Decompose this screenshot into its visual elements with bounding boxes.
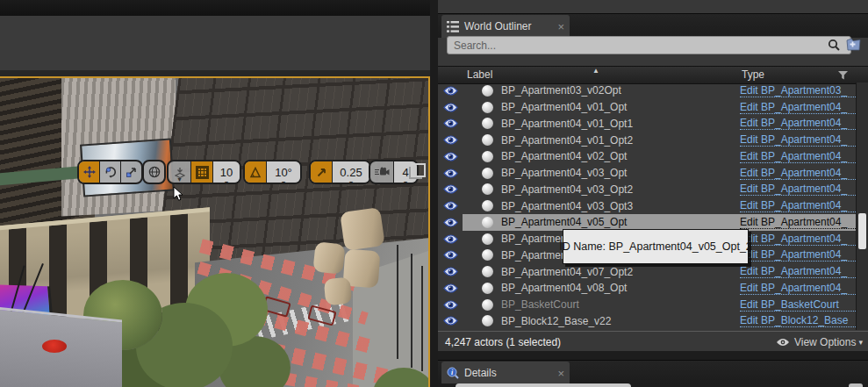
edit-blueprint-link[interactable]: Edit BP_Apartment04_ [740,133,856,147]
actor-label[interactable]: BP_Apartment04_v05_Opt [501,216,627,228]
row-main[interactable]: BP_Apartment04_v03_Opt Edit BP_Apartment… [463,165,856,182]
tab-details[interactable]: i Details × [441,362,570,384]
table-row[interactable]: BP_Apartment04_v03_Opt Edit BP_Apartment… [438,165,856,182]
outliner-scrollbar[interactable] [856,82,868,330]
edit-blueprint-link[interactable]: Edit BP_Apartment04_ [740,117,856,130]
move-tool-button[interactable] [79,161,100,183]
editor-toolbar-area [0,16,434,71]
actor-label[interactable]: BP_Block12_Base_v22 [501,315,611,327]
table-row[interactable]: BP_Apartment03_v02Opt Edit BP_Apartment0… [438,82,856,99]
table-row[interactable]: BP_Block12_Base_v22 Edit BP_Block12_Base [438,313,856,330]
details-search-box-partial[interactable] [456,383,631,387]
outliner-column-header[interactable]: Label ▲ Type [438,66,868,84]
filter-icon[interactable] [838,71,848,80]
eye-icon [443,168,458,178]
table-row[interactable]: BP_Apartment04_v01_Opt1 Edit BP_Apartmen… [438,116,856,133]
surface-snap-button[interactable]: ▾ [169,161,191,183]
scale-snap-value-button[interactable]: 0.25 ▾ [333,161,369,184]
actor-label[interactable]: BP_Apartment04_v01_Opt2 [501,134,633,147]
row-main[interactable]: BP_Apartment04_v07_Opt2 Edit BP_Apartmen… [463,263,856,280]
mouse-cursor [173,186,183,202]
edit-blueprint-link[interactable]: Edit BP_Apartment04_ [740,248,856,262]
row-main[interactable]: BP_Block12_Base_v22 Edit BP_Block12_Base [463,313,856,330]
actor-label[interactable]: BP_Apartment04_v01_Opt [501,101,627,113]
column-header-type[interactable]: Type [742,68,764,81]
eye-icon [443,118,458,128]
edit-blueprint-link[interactable]: Edit BP_Apartment04_ [740,150,856,163]
visibility-toggle[interactable] [438,184,463,194]
maximize-viewport-button[interactable] [411,163,426,177]
row-main[interactable]: BP_Apartment04_v02_Opt Edit BP_Apartment… [463,148,856,165]
edit-blueprint-link[interactable]: Edit BP_Apartment04_ [740,265,856,278]
visibility-toggle[interactable] [438,168,463,178]
rotation-snap-value-button[interactable]: 10° ▾ [267,161,300,184]
close-icon[interactable]: × [557,367,564,380]
edit-blueprint-link[interactable]: Edit BP_Apartment04_ [740,233,856,246]
column-header-label[interactable]: Label [467,68,492,81]
world-space-button[interactable] [144,161,164,183]
actor-label[interactable]: BP_Apartment04_v07_Opt2 [501,266,633,278]
table-row[interactable]: BP_Apartment04_v01_Opt2 Edit BP_Apartmen… [438,132,856,148]
visibility-toggle[interactable] [438,135,463,145]
create-folder-button[interactable] [845,37,862,52]
actor-label[interactable]: BP_Apartment04_v03_Opt3 [501,200,633,212]
row-main[interactable]: BP_Apartment04_v01_Opt2 Edit BP_Apartmen… [463,132,856,148]
visibility-toggle[interactable] [438,218,463,227]
row-main[interactable]: BP_Apartment04_v01_Opt1 Edit BP_Apartmen… [463,116,856,133]
visibility-toggle[interactable] [438,86,463,96]
table-row[interactable]: BP_Apartment04_v03_Opt2 Edit BP_Apartmen… [438,182,856,198]
table-row[interactable]: BP_Apartment04_v05_Opt Edit BP_Apartment… [438,214,856,231]
grid-snap-value-button[interactable]: 10 ▾ [213,161,240,184]
visibility-toggle[interactable] [438,234,463,244]
actor-label[interactable]: BP_BasketCourt [501,298,579,311]
row-main[interactable]: BP_BasketCourt Edit BP_BasketCourt [463,297,856,313]
camera-speed-button[interactable] [370,161,394,183]
visibility-toggle[interactable] [438,152,463,161]
view-options-button[interactable]: View Options ▾ [776,336,863,348]
search-input[interactable] [447,36,851,54]
row-main[interactable]: BP_Apartment04_v03_Opt2 Edit BP_Apartmen… [463,182,856,198]
actor-label[interactable]: BP_Apartment04_v03_Opt [501,167,627,179]
edit-blueprint-link[interactable]: Edit BP_Apartment04_ [740,199,856,212]
edit-blueprint-link[interactable]: Edit BP_Block12_Base [740,314,856,327]
actor-label[interactable]: BP_Apartment04_v08_Opt [501,282,627,294]
actor-label[interactable]: BP_Apartment04_v03_Opt2 [501,183,633,196]
table-row[interactable]: BP_Apartment04_v08_Opt Edit BP_Apartment… [438,280,856,297]
scale-tool-button[interactable] [121,161,141,183]
row-main[interactable]: BP_Apartment03_v02Opt Edit BP_Apartment0… [463,82,856,99]
actor-label[interactable]: BP_Apartment03_v02Opt [501,84,621,97]
row-main[interactable]: BP_Apartment04_v05_Opt Edit BP_Apartment… [463,214,856,231]
visibility-toggle[interactable] [438,267,463,276]
scale-snap-toggle-button[interactable] [311,161,333,183]
edit-blueprint-link[interactable]: Edit BP_Apartment04_ [740,101,856,114]
edit-blueprint-link[interactable]: Edit BP_Apartment04_ [740,183,856,196]
table-row[interactable]: BP_Apartment04_v01_Opt Edit BP_Apartment… [438,99,856,116]
visibility-toggle[interactable] [438,250,463,260]
edit-blueprint-link[interactable]: Edit BP_Apartment04_ [740,167,856,180]
actor-label[interactable]: BP_Apartment04_v02_Opt [501,150,627,162]
visibility-toggle[interactable] [438,316,463,326]
edit-blueprint-link[interactable]: Edit BP_Apartment04_ [740,216,856,229]
edit-blueprint-link[interactable]: Edit BP_BasketCourt [740,298,856,312]
row-main[interactable]: BP_Apartment04_v08_Opt Edit BP_Apartment… [463,280,856,297]
grid-snap-toggle-button[interactable] [191,161,213,183]
table-row[interactable]: BP_Apartment04_v07_Opt2 Edit BP_Apartmen… [438,263,856,280]
visibility-toggle[interactable] [438,201,463,211]
scrollbar-thumb[interactable] [858,213,866,249]
visibility-toggle[interactable] [438,283,463,293]
visibility-toggle[interactable] [438,118,463,128]
row-main[interactable]: BP_Apartment04_v03_Opt3 Edit BP_Apartmen… [463,197,856,214]
visibility-toggle[interactable] [438,300,463,310]
edit-blueprint-link[interactable]: Edit BP_Apartment04_ [740,282,856,295]
actor-label[interactable]: BP_Apartment04_v01_Opt1 [501,118,633,130]
table-row[interactable]: BP_Apartment04_v02_Opt Edit BP_Apartment… [438,148,856,165]
3d-viewport[interactable]: ▾ 10 ▾ 10° [0,76,430,387]
details-lock-button-partial[interactable] [849,383,863,387]
table-row[interactable]: BP_Apartment04_v03_Opt3 Edit BP_Apartmen… [438,197,856,214]
table-row[interactable]: BP_BasketCourt Edit BP_BasketCourt [438,297,856,313]
visibility-toggle[interactable] [438,103,463,112]
rotate-tool-button[interactable] [100,161,121,183]
rotation-snap-toggle-button[interactable] [245,161,267,183]
edit-blueprint-link[interactable]: Edit BP_Apartment03_ [740,84,856,97]
row-main[interactable]: BP_Apartment04_v01_Opt Edit BP_Apartment… [463,99,856,116]
